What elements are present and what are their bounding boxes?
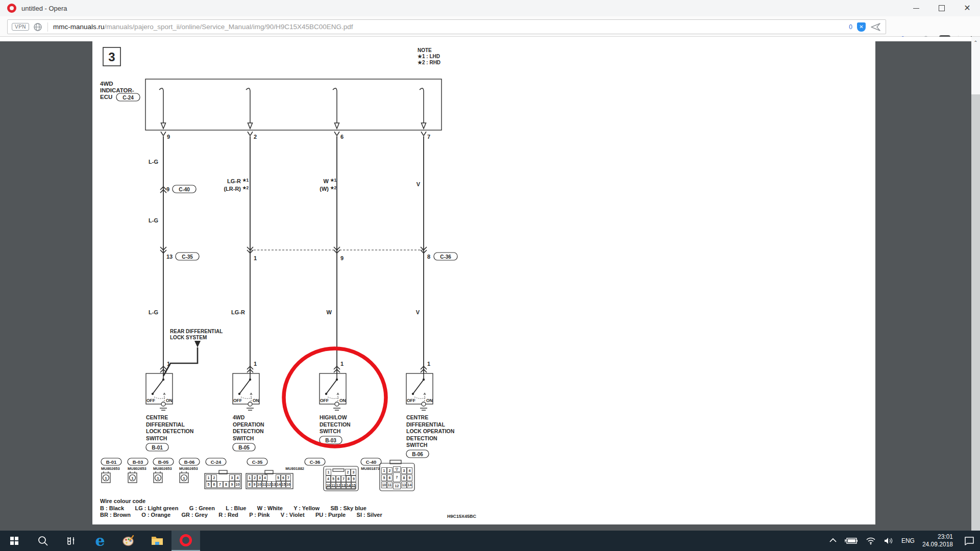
volume-icon[interactable] [884,537,894,545]
minimize-icon [913,8,919,9]
task-view-button[interactable] [57,531,86,551]
search-button[interactable] [29,531,57,551]
opera-taskbar-button[interactable] [172,531,200,551]
wifi-icon[interactable] [866,537,876,545]
my-flow-send-icon[interactable] [870,22,881,32]
adblock-shield-icon[interactable]: ✕ [857,22,866,32]
scrollbar-thumb[interactable]: ⌃ [971,37,980,94]
site-globe-icon[interactable] [33,22,42,32]
start-button[interactable] [0,531,29,551]
viewer-top-strip [0,37,980,41]
restore-icon [939,5,945,11]
edge-icon: e [95,533,105,548]
url-text[interactable]: mmc-manuals.ru/manuals/pajero_sport_ii/o… [53,23,353,31]
address-bar-row: VPN mmc-manuals.ru/manuals/pajero_sport_… [0,16,980,37]
clock-date: 24.09.2018 [922,541,953,548]
paint-icon [122,534,135,547]
edge-taskbar-button[interactable]: e [86,531,114,551]
file-explorer-taskbar-button[interactable] [143,531,172,551]
restore-button[interactable] [929,0,954,16]
pdf-page [92,41,875,524]
pdf-viewer: ⌃ [0,37,980,531]
url-path: /manuals/pajero_sport_ii/online/Service_… [105,23,353,31]
file-explorer-icon [151,534,164,547]
clock[interactable]: 23:01 24.09.2018 [922,533,953,548]
search-icon [37,535,48,546]
paint-taskbar-button[interactable] [114,531,143,551]
opera-logo-icon [7,4,16,13]
screen: untitled - Opera ✕ VPN mmc-manuals.ru/ma… [0,0,980,551]
task-view-icon [66,535,77,546]
address-field[interactable]: VPN mmc-manuals.ru/manuals/pajero_sport_… [7,19,886,34]
window-title: untitled - Opera [21,5,67,12]
adblock-count: 0 [849,23,852,31]
minimize-button[interactable] [903,0,929,16]
url-host: mmc-manuals.ru [53,23,105,31]
action-center-icon[interactable] [964,536,975,545]
opera-icon [180,534,192,546]
divider [47,22,48,32]
windows-logo-icon [10,537,18,545]
vpn-badge[interactable]: VPN [12,23,29,31]
taskbar: e [0,531,980,551]
vertical-scrollbar[interactable]: ⌃ [971,37,980,531]
close-button[interactable]: ✕ [954,0,980,16]
battery-icon[interactable] [845,537,858,545]
close-icon: ✕ [964,4,970,12]
language-indicator[interactable]: ENG [901,537,915,544]
clock-time: 23:01 [922,533,953,541]
tray-expand-icon[interactable] [829,537,837,544]
title-bar: untitled - Opera ✕ [0,0,980,17]
